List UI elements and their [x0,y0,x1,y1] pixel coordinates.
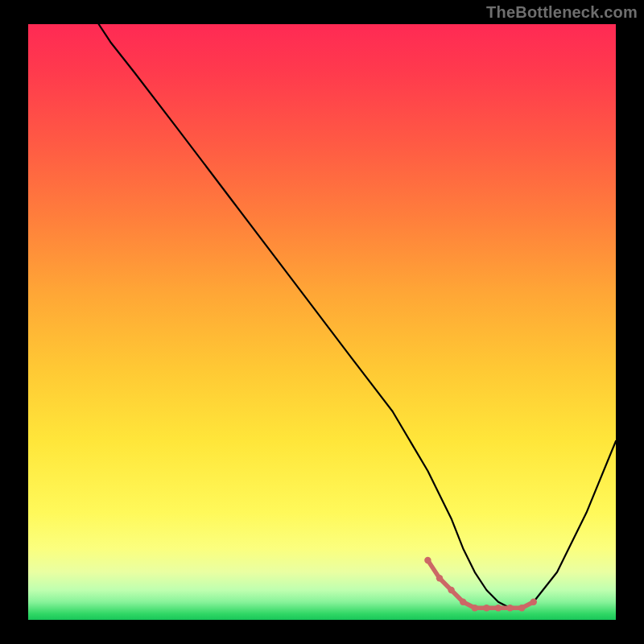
bottleneck-curve [99,24,616,608]
optimal-zone-line [427,560,533,608]
attribution-text: TheBottleneck.com [486,3,638,22]
optimal-zone-dot [483,605,489,611]
optimal-zone-dot [436,575,443,581]
optimal-zone-dot [424,557,431,564]
optimal-zone-dot [518,605,525,611]
optimal-zone-dot [506,605,513,611]
optimal-zone-dot [495,605,502,611]
plot-area [28,24,616,620]
chart-frame: TheBottleneck.com [0,0,644,644]
optimal-zone-markers [424,557,537,612]
chart-overlay [28,24,616,620]
optimal-zone-dot [472,605,478,611]
optimal-zone-dot [448,587,454,593]
optimal-zone-dot [460,599,466,605]
optimal-zone-dot [530,599,537,605]
